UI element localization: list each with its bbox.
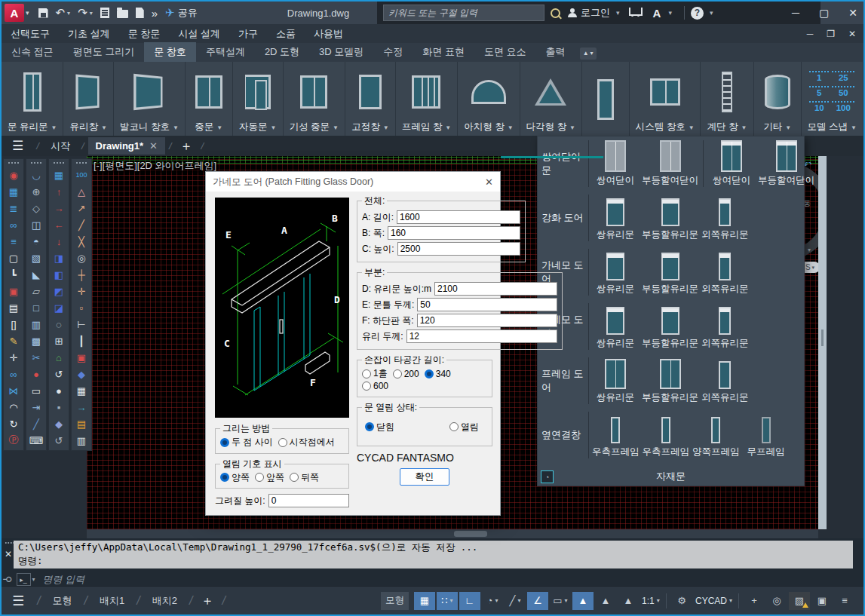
radio-option[interactable]: 양쪽 [220,471,250,484]
ribbon-collapse-button[interactable]: ▲▾ [580,48,597,60]
redo-caret-icon[interactable]: ▾ [90,10,93,17]
flyout-door-item[interactable]: 우측프레임 [641,417,692,458]
status-toggle[interactable]: ∟ [459,592,480,610]
tool-icon[interactable]: ✛ [73,283,90,299]
layout-tab[interactable]: 모형 [44,590,81,611]
status-toggle[interactable]: ▣ [811,592,833,610]
ribbon-tab[interactable]: 문 창호 [144,42,196,62]
status-toggle[interactable]: ⚙ [671,592,692,610]
status-toggle[interactable]: ▭▾ [550,592,571,610]
dropdown-caret-icon[interactable]: ▼ [173,124,179,131]
ribbon-tab[interactable]: 신속 접근 [2,42,63,62]
tool-icon[interactable]: ≣ [5,200,22,216]
radio-option[interactable]: 뒤쪽 [290,471,319,484]
dropdown-caret-icon[interactable]: ▼ [51,124,57,131]
status-toggle[interactable]: CYCAD▾ [694,592,734,610]
tool-icon[interactable]: ● [51,382,67,399]
menu-item[interactable]: 소품 [267,27,305,41]
app-menu-caret-icon[interactable]: ▾ [26,9,29,17]
vertical-scrollbar-thumb[interactable] [821,329,824,346]
menu-item[interactable]: 사용법 [305,27,352,41]
tool-icon[interactable]: ▤ [5,299,22,316]
status-toggle[interactable]: + [744,592,765,610]
ribbon-item[interactable]: 발코니 창호▼ [114,62,185,136]
doc-close-button[interactable]: ✕ [848,29,856,39]
status-toggle[interactable]: ▨ [789,592,810,610]
layout-tab[interactable]: 배치1 [91,590,133,611]
minimize-button[interactable]: ─ [792,7,799,19]
command-prompt-icon[interactable]: ▸_ [17,573,31,586]
tool-icon[interactable]: ✛ [5,349,22,366]
tool-icon[interactable]: ┃ [73,333,90,349]
field-input[interactable] [388,226,520,240]
tool-icon[interactable]: ◆ [51,415,67,432]
autodesk-caret-icon[interactable]: ▾ [668,9,672,17]
undo-icon[interactable]: ↶ [56,6,66,20]
flyout-door-item[interactable]: 쌍유리문 [590,253,640,296]
ribbon-item[interactable]: 시스템 창호▼ [630,62,701,136]
dropdown-caret-icon[interactable]: ▼ [270,124,276,131]
tool-icon[interactable]: ▩ [28,333,44,349]
tool-icon[interactable]: ↑ [51,183,67,200]
tool-icon[interactable]: ╱ [28,415,44,432]
toolbar-drag-handle[interactable] [30,161,42,165]
field-input[interactable] [397,210,520,224]
dropdown-caret-icon[interactable]: ▼ [101,124,107,131]
tool-icon[interactable]: ◡ [28,167,44,183]
command-input[interactable]: 명령 입력 [43,573,85,587]
tool-icon[interactable]: ▫ [73,299,90,316]
pin-panel-icon[interactable]: ◔ [541,470,554,483]
ribbon-item[interactable]: 중문▼ [186,62,233,136]
tool-icon[interactable]: ◣ [28,266,44,283]
menu-item[interactable]: 선택도구 [2,27,59,41]
tool-icon[interactable]: ↺ [51,432,67,449]
tool-icon[interactable]: ✎ [5,333,22,349]
ribbon-tab[interactable]: 도면 요소 [474,42,536,62]
dropdown-caret-icon[interactable]: ▼ [445,124,451,131]
tool-icon[interactable]: ◆ [73,366,90,382]
tool-icon[interactable]: ● [28,366,44,382]
dropdown-caret-icon[interactable]: ▼ [851,124,857,131]
close-tab-icon[interactable]: ✕ [149,140,158,152]
tool-icon[interactable]: ╱ [73,216,90,233]
ribbon-item[interactable]: 고정창▼ [345,62,396,136]
flyout-door-item[interactable]: 부등할유리문 [640,307,700,350]
autodesk-icon[interactable]: A [653,7,661,20]
qat-more-icon[interactable]: » [152,7,158,20]
tool-icon[interactable]: ◩ [51,283,67,299]
ribbon-item[interactable]: 문 유리문▼ [2,62,63,136]
tool-icon[interactable]: → [51,200,67,216]
ribbon-tab[interactable]: 출력 [536,42,575,62]
store-cart-icon[interactable] [629,8,643,16]
radio-option[interactable]: 앞쪽 [255,471,284,484]
save-icon[interactable] [38,8,48,18]
dropdown-caret-icon[interactable]: ▼ [569,124,575,131]
toolbar-drag-handle[interactable] [8,161,20,165]
share-button[interactable]: ✈공유 [165,6,198,20]
tool-icon[interactable]: ┗ [5,266,22,283]
flyout-door-item[interactable]: 양쪽프레임 [691,417,741,458]
tool-icon[interactable]: ⌨ [28,432,44,449]
field-input[interactable] [397,242,520,256]
tool-icon[interactable]: ◓ [28,233,44,250]
menu-item[interactable]: 가구 [229,27,267,41]
status-toggle[interactable]: ▦ [414,592,435,610]
tool-icon[interactable]: ∞ [5,366,22,382]
dropdown-caret-icon[interactable]: ▼ [785,124,791,131]
viewcube-caret-icon[interactable]: ▾ [808,247,811,253]
tool-icon[interactable]: ↺ [51,366,67,382]
status-caret-icon[interactable]: ▾ [657,597,660,604]
horizontal-scrollbar-thumb[interactable] [454,531,487,537]
status-caret-icon[interactable]: ▾ [495,597,498,604]
file-tab-menu-icon[interactable]: ☰ [12,138,23,154]
menu-item[interactable]: 문 창문 [119,27,170,41]
toolbar-drag-handle[interactable] [75,161,87,165]
status-caret-icon[interactable]: ▾ [450,597,453,604]
help-caret-icon[interactable]: ▾ [710,9,713,17]
status-toggle[interactable]: ≡ [834,592,855,610]
status-toggle[interactable]: 모형 [381,592,409,610]
status-caret-icon[interactable]: ▾ [517,597,520,604]
command-history[interactable]: C:\Users\jeffy\AppData\Local\Temp\Drawin… [14,541,853,568]
ribbon-tab[interactable]: 2D 도형 [255,42,309,62]
tool-icon[interactable]: ▦ [5,183,22,200]
